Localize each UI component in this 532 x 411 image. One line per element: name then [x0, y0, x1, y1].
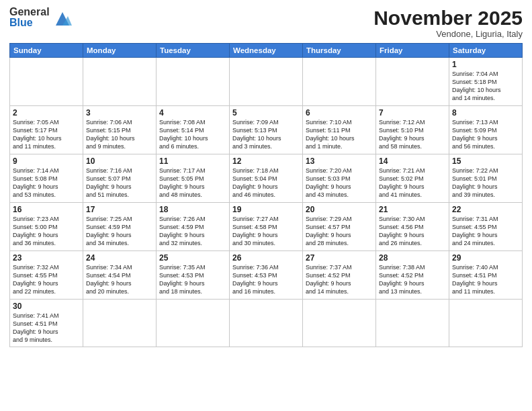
day-info: Sunrise: 7:38 AM Sunset: 4:52 PM Dayligh… — [379, 263, 446, 296]
weekday-header-tuesday: Tuesday — [157, 44, 230, 58]
day-number: 20 — [306, 205, 373, 214]
weekday-header-friday: Friday — [376, 44, 449, 58]
calendar-cell: 16Sunrise: 7:23 AM Sunset: 5:00 PM Dayli… — [10, 203, 83, 251]
calendar-cell: 6Sunrise: 7:10 AM Sunset: 5:11 PM Daylig… — [303, 106, 376, 154]
calendar-cell: 18Sunrise: 7:26 AM Sunset: 4:59 PM Dayli… — [157, 203, 230, 251]
calendar-week-row: 23Sunrise: 7:32 AM Sunset: 4:55 PM Dayli… — [10, 251, 523, 300]
day-number: 10 — [86, 156, 153, 166]
day-number: 21 — [379, 205, 446, 214]
calendar-week-row: 2Sunrise: 7:05 AM Sunset: 5:17 PM Daylig… — [10, 106, 523, 154]
day-info: Sunrise: 7:05 AM Sunset: 5:17 PM Dayligh… — [13, 118, 80, 151]
calendar-cell: 27Sunrise: 7:37 AM Sunset: 4:52 PM Dayli… — [303, 251, 376, 300]
calendar-cell: 23Sunrise: 7:32 AM Sunset: 4:55 PM Dayli… — [10, 251, 83, 300]
day-info: Sunrise: 7:12 AM Sunset: 5:10 PM Dayligh… — [379, 118, 446, 151]
day-number: 2 — [13, 108, 80, 118]
calendar-cell: 15Sunrise: 7:22 AM Sunset: 5:01 PM Dayli… — [449, 154, 523, 203]
day-info: Sunrise: 7:40 AM Sunset: 4:51 PM Dayligh… — [452, 263, 519, 296]
day-number: 17 — [86, 205, 153, 214]
title-block: November 2025 Vendone, Liguria, Italy — [373, 7, 523, 39]
header: General Blue November 2025 Vendone, Ligu… — [9, 7, 523, 39]
calendar-week-row: 1Sunrise: 7:04 AM Sunset: 5:18 PM Daylig… — [10, 58, 523, 106]
day-number: 18 — [159, 205, 226, 214]
day-number: 13 — [306, 156, 373, 166]
calendar-cell: 13Sunrise: 7:20 AM Sunset: 5:03 PM Dayli… — [303, 154, 376, 203]
day-number: 7 — [379, 108, 446, 118]
day-number: 19 — [232, 205, 300, 214]
day-number: 25 — [159, 253, 226, 263]
day-number: 28 — [379, 253, 446, 263]
calendar-cell: 5Sunrise: 7:09 AM Sunset: 5:13 PM Daylig… — [230, 106, 303, 154]
day-info: Sunrise: 7:13 AM Sunset: 5:09 PM Dayligh… — [452, 118, 519, 151]
calendar-week-row: 16Sunrise: 7:23 AM Sunset: 5:00 PM Dayli… — [10, 203, 523, 251]
day-number: 1 — [452, 60, 519, 69]
calendar-table: SundayMondayTuesdayWednesdayThursdayFrid… — [9, 43, 523, 347]
day-number: 27 — [306, 253, 373, 263]
day-number: 11 — [159, 156, 226, 166]
calendar-cell: 3Sunrise: 7:06 AM Sunset: 5:15 PM Daylig… — [83, 106, 157, 154]
day-info: Sunrise: 7:23 AM Sunset: 5:00 PM Dayligh… — [13, 215, 80, 248]
calendar-cell: 19Sunrise: 7:27 AM Sunset: 4:58 PM Dayli… — [230, 203, 303, 251]
day-info: Sunrise: 7:06 AM Sunset: 5:15 PM Dayligh… — [86, 118, 153, 151]
day-info: Sunrise: 7:34 AM Sunset: 4:54 PM Dayligh… — [86, 263, 153, 296]
day-number: 16 — [13, 205, 80, 214]
calendar-cell — [157, 300, 230, 347]
weekday-header-wednesday: Wednesday — [230, 44, 303, 58]
day-number: 29 — [452, 253, 519, 263]
calendar-cell: 30Sunrise: 7:41 AM Sunset: 4:51 PM Dayli… — [10, 300, 83, 347]
day-number: 6 — [306, 108, 373, 118]
weekday-header-row: SundayMondayTuesdayWednesdayThursdayFrid… — [10, 44, 523, 58]
day-info: Sunrise: 7:10 AM Sunset: 5:11 PM Dayligh… — [306, 118, 373, 151]
day-info: Sunrise: 7:32 AM Sunset: 4:55 PM Dayligh… — [13, 263, 80, 296]
day-info: Sunrise: 7:14 AM Sunset: 5:08 PM Dayligh… — [13, 167, 80, 199]
weekday-header-thursday: Thursday — [303, 44, 376, 58]
day-number: 8 — [452, 108, 519, 118]
calendar-week-row: 30Sunrise: 7:41 AM Sunset: 4:51 PM Dayli… — [10, 300, 523, 347]
calendar-cell: 9Sunrise: 7:14 AM Sunset: 5:08 PM Daylig… — [10, 154, 83, 203]
calendar-cell: 22Sunrise: 7:31 AM Sunset: 4:55 PM Dayli… — [449, 203, 523, 251]
day-number: 15 — [452, 156, 519, 166]
calendar-cell — [230, 300, 303, 347]
calendar-cell: 26Sunrise: 7:36 AM Sunset: 4:53 PM Dayli… — [230, 251, 303, 300]
day-number: 4 — [159, 108, 226, 118]
day-number: 26 — [232, 253, 300, 263]
day-info: Sunrise: 7:08 AM Sunset: 5:14 PM Dayligh… — [159, 118, 226, 151]
calendar-cell — [83, 58, 157, 106]
day-number: 14 — [379, 156, 446, 166]
calendar-cell — [83, 300, 157, 347]
calendar-cell: 7Sunrise: 7:12 AM Sunset: 5:10 PM Daylig… — [376, 106, 449, 154]
calendar-cell — [303, 58, 376, 106]
day-number: 3 — [86, 108, 153, 118]
day-info: Sunrise: 7:25 AM Sunset: 4:59 PM Dayligh… — [86, 215, 153, 248]
location-subtitle: Vendone, Liguria, Italy — [373, 29, 523, 39]
day-info: Sunrise: 7:26 AM Sunset: 4:59 PM Dayligh… — [159, 215, 226, 248]
day-number: 23 — [13, 253, 80, 263]
day-info: Sunrise: 7:16 AM Sunset: 5:07 PM Dayligh… — [86, 167, 153, 199]
day-info: Sunrise: 7:04 AM Sunset: 5:18 PM Dayligh… — [452, 70, 519, 103]
calendar-cell — [303, 300, 376, 347]
day-info: Sunrise: 7:31 AM Sunset: 4:55 PM Dayligh… — [452, 215, 519, 248]
calendar-cell: 28Sunrise: 7:38 AM Sunset: 4:52 PM Dayli… — [376, 251, 449, 300]
day-info: Sunrise: 7:30 AM Sunset: 4:56 PM Dayligh… — [379, 215, 446, 248]
day-info: Sunrise: 7:21 AM Sunset: 5:02 PM Dayligh… — [379, 167, 446, 199]
calendar-cell: 10Sunrise: 7:16 AM Sunset: 5:07 PM Dayli… — [83, 154, 157, 203]
logo-blue: Blue — [9, 17, 50, 28]
calendar-week-row: 9Sunrise: 7:14 AM Sunset: 5:08 PM Daylig… — [10, 154, 523, 203]
calendar-cell — [230, 58, 303, 106]
day-info: Sunrise: 7:22 AM Sunset: 5:01 PM Dayligh… — [452, 167, 519, 199]
weekday-header-sunday: Sunday — [10, 44, 83, 58]
calendar-cell: 20Sunrise: 7:29 AM Sunset: 4:57 PM Dayli… — [303, 203, 376, 251]
calendar-cell: 14Sunrise: 7:21 AM Sunset: 5:02 PM Dayli… — [376, 154, 449, 203]
day-number: 22 — [452, 205, 519, 214]
calendar-page: General Blue November 2025 Vendone, Ligu… — [0, 0, 532, 411]
logo-icon — [53, 9, 72, 28]
calendar-cell — [376, 58, 449, 106]
day-number: 24 — [86, 253, 153, 263]
day-info: Sunrise: 7:36 AM Sunset: 4:53 PM Dayligh… — [232, 263, 300, 296]
day-info: Sunrise: 7:18 AM Sunset: 5:04 PM Dayligh… — [232, 167, 300, 199]
calendar-cell: 21Sunrise: 7:30 AM Sunset: 4:56 PM Dayli… — [376, 203, 449, 251]
month-title: November 2025 — [373, 7, 523, 29]
calendar-cell — [157, 58, 230, 106]
day-number: 5 — [232, 108, 300, 118]
calendar-cell: 2Sunrise: 7:05 AM Sunset: 5:17 PM Daylig… — [10, 106, 83, 154]
calendar-cell: 17Sunrise: 7:25 AM Sunset: 4:59 PM Dayli… — [83, 203, 157, 251]
